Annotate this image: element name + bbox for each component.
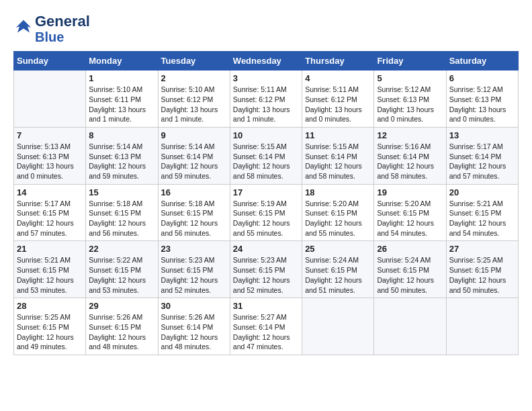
calendar-cell: 27Sunrise: 5:25 AM Sunset: 6:15 PM Dayli… bbox=[446, 241, 518, 298]
calendar-cell: 7Sunrise: 5:13 AM Sunset: 6:13 PM Daylig… bbox=[14, 127, 86, 184]
day-info: Sunrise: 5:26 AM Sunset: 6:15 PM Dayligh… bbox=[89, 312, 154, 352]
calendar-cell bbox=[302, 298, 374, 355]
calendar-cell bbox=[446, 298, 518, 355]
day-info: Sunrise: 5:23 AM Sunset: 6:15 PM Dayligh… bbox=[233, 255, 299, 295]
calendar-cell bbox=[14, 71, 86, 128]
calendar-cell: 6Sunrise: 5:12 AM Sunset: 6:13 PM Daylig… bbox=[446, 71, 518, 128]
calendar-header-row: SundayMondayTuesdayWednesdayThursdayFrid… bbox=[14, 52, 519, 71]
calendar-cell: 20Sunrise: 5:21 AM Sunset: 6:15 PM Dayli… bbox=[446, 184, 518, 241]
day-info: Sunrise: 5:18 AM Sunset: 6:15 PM Dayligh… bbox=[161, 199, 227, 238]
day-number: 19 bbox=[377, 187, 443, 197]
day-number: 26 bbox=[377, 244, 443, 254]
day-number: 8 bbox=[89, 130, 154, 140]
calendar-cell: 16Sunrise: 5:18 AM Sunset: 6:15 PM Dayli… bbox=[158, 184, 230, 241]
day-number: 16 bbox=[161, 187, 227, 197]
day-number: 27 bbox=[449, 244, 515, 254]
day-number: 5 bbox=[377, 73, 443, 83]
day-number: 1 bbox=[89, 73, 154, 83]
calendar-cell: 12Sunrise: 5:16 AM Sunset: 6:14 PM Dayli… bbox=[374, 127, 446, 184]
day-number: 28 bbox=[17, 301, 83, 311]
day-info: Sunrise: 5:18 AM Sunset: 6:15 PM Dayligh… bbox=[89, 199, 154, 238]
calendar-week-row: 21Sunrise: 5:21 AM Sunset: 6:15 PM Dayli… bbox=[14, 241, 519, 298]
day-info: Sunrise: 5:20 AM Sunset: 6:15 PM Dayligh… bbox=[305, 199, 371, 238]
calendar-cell: 19Sunrise: 5:20 AM Sunset: 6:15 PM Dayli… bbox=[374, 184, 446, 241]
day-info: Sunrise: 5:16 AM Sunset: 6:14 PM Dayligh… bbox=[377, 142, 443, 181]
day-number: 2 bbox=[161, 73, 227, 83]
day-info: Sunrise: 5:14 AM Sunset: 6:13 PM Dayligh… bbox=[89, 142, 154, 181]
day-info: Sunrise: 5:26 AM Sunset: 6:14 PM Dayligh… bbox=[161, 312, 227, 352]
day-number: 13 bbox=[449, 130, 515, 140]
calendar-week-row: 28Sunrise: 5:25 AM Sunset: 6:15 PM Dayli… bbox=[14, 298, 519, 355]
calendar-cell: 26Sunrise: 5:24 AM Sunset: 6:15 PM Dayli… bbox=[374, 241, 446, 298]
day-number: 17 bbox=[233, 187, 299, 197]
day-number: 18 bbox=[305, 187, 371, 197]
calendar-cell: 1Sunrise: 5:10 AM Sunset: 6:11 PM Daylig… bbox=[86, 71, 158, 128]
calendar-cell: 11Sunrise: 5:15 AM Sunset: 6:14 PM Dayli… bbox=[302, 127, 374, 184]
day-info: Sunrise: 5:27 AM Sunset: 6:14 PM Dayligh… bbox=[233, 312, 299, 352]
day-number: 15 bbox=[89, 187, 154, 197]
header-friday: Friday bbox=[374, 52, 446, 71]
header-wednesday: Wednesday bbox=[230, 52, 302, 71]
day-number: 3 bbox=[233, 73, 299, 83]
calendar-cell: 28Sunrise: 5:25 AM Sunset: 6:15 PM Dayli… bbox=[14, 298, 86, 355]
day-info: Sunrise: 5:10 AM Sunset: 6:11 PM Dayligh… bbox=[89, 85, 154, 124]
svg-marker-0 bbox=[16, 20, 32, 33]
calendar-cell bbox=[374, 298, 446, 355]
day-number: 22 bbox=[89, 244, 154, 254]
calendar-cell: 3Sunrise: 5:11 AM Sunset: 6:12 PM Daylig… bbox=[230, 71, 302, 128]
day-info: Sunrise: 5:14 AM Sunset: 6:14 PM Dayligh… bbox=[161, 142, 227, 181]
day-info: Sunrise: 5:20 AM Sunset: 6:15 PM Dayligh… bbox=[377, 199, 443, 238]
day-number: 29 bbox=[89, 301, 154, 311]
day-info: Sunrise: 5:23 AM Sunset: 6:15 PM Dayligh… bbox=[161, 255, 227, 295]
day-number: 12 bbox=[377, 130, 443, 140]
day-number: 30 bbox=[161, 301, 227, 311]
day-info: Sunrise: 5:15 AM Sunset: 6:14 PM Dayligh… bbox=[233, 142, 299, 181]
calendar-cell: 18Sunrise: 5:20 AM Sunset: 6:15 PM Dayli… bbox=[302, 184, 374, 241]
day-info: Sunrise: 5:19 AM Sunset: 6:15 PM Dayligh… bbox=[233, 199, 299, 238]
day-number: 23 bbox=[161, 244, 227, 254]
calendar-cell: 24Sunrise: 5:23 AM Sunset: 6:15 PM Dayli… bbox=[230, 241, 302, 298]
header-saturday: Saturday bbox=[446, 52, 518, 71]
day-number: 9 bbox=[161, 130, 227, 140]
page-header: General Blue bbox=[13, 13, 519, 44]
calendar-cell: 15Sunrise: 5:18 AM Sunset: 6:15 PM Dayli… bbox=[86, 184, 158, 241]
calendar-cell: 13Sunrise: 5:17 AM Sunset: 6:14 PM Dayli… bbox=[446, 127, 518, 184]
calendar-cell: 21Sunrise: 5:21 AM Sunset: 6:15 PM Dayli… bbox=[14, 241, 86, 298]
day-info: Sunrise: 5:21 AM Sunset: 6:15 PM Dayligh… bbox=[449, 199, 515, 238]
calendar-cell: 8Sunrise: 5:14 AM Sunset: 6:13 PM Daylig… bbox=[86, 127, 158, 184]
day-info: Sunrise: 5:22 AM Sunset: 6:15 PM Dayligh… bbox=[89, 255, 154, 295]
calendar-cell: 14Sunrise: 5:17 AM Sunset: 6:15 PM Dayli… bbox=[14, 184, 86, 241]
calendar-cell: 5Sunrise: 5:12 AM Sunset: 6:13 PM Daylig… bbox=[374, 71, 446, 128]
day-info: Sunrise: 5:12 AM Sunset: 6:13 PM Dayligh… bbox=[449, 85, 515, 124]
day-number: 6 bbox=[449, 73, 515, 83]
calendar-week-row: 14Sunrise: 5:17 AM Sunset: 6:15 PM Dayli… bbox=[14, 184, 519, 241]
day-info: Sunrise: 5:15 AM Sunset: 6:14 PM Dayligh… bbox=[305, 142, 371, 181]
day-info: Sunrise: 5:24 AM Sunset: 6:15 PM Dayligh… bbox=[377, 255, 443, 295]
day-info: Sunrise: 5:17 AM Sunset: 6:14 PM Dayligh… bbox=[449, 142, 515, 181]
logo: General Blue bbox=[13, 13, 90, 44]
logo-text-blue: Blue bbox=[35, 30, 90, 44]
header-monday: Monday bbox=[86, 52, 158, 71]
header-tuesday: Tuesday bbox=[158, 52, 230, 71]
day-number: 31 bbox=[233, 301, 299, 311]
day-info: Sunrise: 5:25 AM Sunset: 6:15 PM Dayligh… bbox=[449, 255, 515, 295]
day-info: Sunrise: 5:10 AM Sunset: 6:12 PM Dayligh… bbox=[161, 85, 227, 124]
header-thursday: Thursday bbox=[302, 52, 374, 71]
logo-text-general: General bbox=[35, 13, 90, 30]
calendar-cell: 2Sunrise: 5:10 AM Sunset: 6:12 PM Daylig… bbox=[158, 71, 230, 128]
calendar-cell: 4Sunrise: 5:11 AM Sunset: 6:12 PM Daylig… bbox=[302, 71, 374, 128]
logo-icon bbox=[13, 17, 34, 38]
calendar-cell: 10Sunrise: 5:15 AM Sunset: 6:14 PM Dayli… bbox=[230, 127, 302, 184]
day-number: 20 bbox=[449, 187, 515, 197]
day-number: 24 bbox=[233, 244, 299, 254]
day-number: 10 bbox=[233, 130, 299, 140]
day-info: Sunrise: 5:17 AM Sunset: 6:15 PM Dayligh… bbox=[17, 199, 83, 238]
day-number: 21 bbox=[17, 244, 83, 254]
calendar-table: SundayMondayTuesdayWednesdayThursdayFrid… bbox=[13, 51, 519, 355]
day-number: 4 bbox=[305, 73, 371, 83]
calendar-cell: 22Sunrise: 5:22 AM Sunset: 6:15 PM Dayli… bbox=[86, 241, 158, 298]
calendar-cell: 29Sunrise: 5:26 AM Sunset: 6:15 PM Dayli… bbox=[86, 298, 158, 355]
calendar-cell: 23Sunrise: 5:23 AM Sunset: 6:15 PM Dayli… bbox=[158, 241, 230, 298]
calendar-week-row: 7Sunrise: 5:13 AM Sunset: 6:13 PM Daylig… bbox=[14, 127, 519, 184]
calendar-cell: 9Sunrise: 5:14 AM Sunset: 6:14 PM Daylig… bbox=[158, 127, 230, 184]
